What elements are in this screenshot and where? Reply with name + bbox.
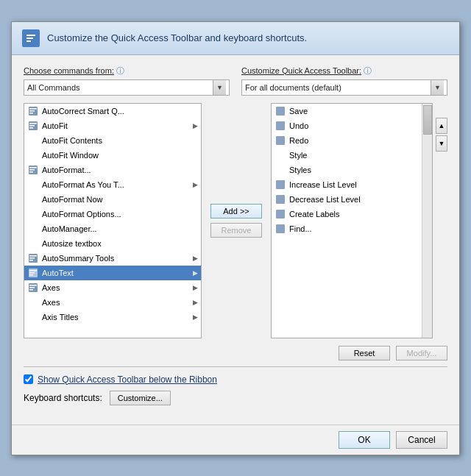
list-item[interactable]: AutoFormat Options...: [24, 207, 201, 221]
command-label: Axes: [42, 283, 190, 292]
toolbar-item-icon: [275, 193, 286, 205]
scrollbar-thumb[interactable]: [423, 105, 432, 135]
list-item[interactable]: AutoSummary Tools▶: [24, 251, 201, 266]
toolbar-item-label: Find...: [289, 224, 429, 233]
submenu-arrow-icon: ▶: [193, 269, 198, 277]
command-label: AutoFormat...: [42, 166, 198, 174]
svg-rect-6: [29, 110, 35, 112]
commands-list-box[interactable]: AutoCorrect Smart Q...AutoFit▶AutoFit Co…: [24, 103, 202, 338]
reset-button[interactable]: Reset: [339, 346, 390, 360]
modify-button[interactable]: Modify...: [396, 346, 447, 360]
show-toolbar-checkbox[interactable]: [24, 374, 33, 384]
svg-rect-34: [276, 224, 285, 233]
toolbar-list-item[interactable]: Redo: [272, 133, 432, 148]
customize-toolbar-section: Customize Quick Access Toolbar: ⓘ For al…: [241, 65, 447, 96]
cancel-button[interactable]: Cancel: [396, 431, 447, 449]
move-up-button[interactable]: ▲: [436, 118, 447, 134]
command-icon: [27, 238, 39, 249]
toolbar-item-label: Decrease List Level: [289, 195, 429, 204]
commands-from-label: Choose commands from: ⓘ: [24, 65, 230, 77]
submenu-arrow-icon: ▶: [193, 255, 198, 262]
toolbar-list-item[interactable]: Save: [272, 104, 432, 118]
command-label: AutoText: [42, 269, 190, 277]
right-panel-container: SaveUndo▶RedoStyle▶StylesIncrease List L…: [271, 103, 447, 338]
customize-toolbar-arrow: ▼: [431, 80, 444, 95]
command-label: Autosize textbox: [42, 239, 198, 248]
toolbar-list-item[interactable]: Increase List Level: [272, 177, 432, 192]
svg-rect-15: [29, 171, 33, 173]
toolbar-list-item[interactable]: Find...: [272, 221, 432, 236]
command-label: AutoFit Contents: [42, 136, 198, 145]
toolbar-list-item[interactable]: Undo▶: [272, 118, 432, 133]
command-icon: [27, 135, 39, 146]
add-button[interactable]: Add >>: [210, 204, 262, 219]
reset-modify-row: Reset Modify...: [24, 346, 447, 360]
list-item[interactable]: AutoFormat...: [24, 163, 201, 177]
svg-rect-29: [276, 121, 285, 130]
commands-list-inner[interactable]: AutoCorrect Smart Q...AutoFit▶AutoFit Co…: [24, 104, 201, 338]
toolbar-list-item[interactable]: Create Labels: [272, 207, 432, 221]
command-icon: [27, 252, 39, 264]
list-item[interactable]: AutoFit Window: [24, 148, 201, 163]
ok-button[interactable]: OK: [339, 431, 390, 449]
command-icon: [27, 208, 39, 220]
keyboard-shortcuts-label: Keyboard shortcuts:: [24, 393, 102, 403]
toolbar-item-icon: [275, 105, 286, 117]
toolbar-item-icon: [275, 179, 286, 191]
list-item[interactable]: AutoFormat Now: [24, 192, 201, 207]
list-item[interactable]: AutoFit▶: [24, 118, 201, 133]
command-label: AutoFormat Now: [42, 195, 198, 204]
dialog-title: Customize the Quick Access Toolbar and k…: [47, 32, 307, 43]
toolbar-item-icon: [275, 149, 286, 161]
middle-buttons: Add >> Remove: [208, 103, 265, 338]
dialog-body: Choose commands from: ⓘ All Commands ▼ C…: [12, 55, 459, 425]
toolbar-list-item[interactable]: Decrease List Level: [272, 192, 432, 207]
command-label: AutoManager...: [42, 224, 198, 233]
customize-dialog: Customize the Quick Access Toolbar and k…: [11, 21, 460, 455]
command-icon: [27, 120, 39, 132]
list-item[interactable]: AutoCorrect Smart Q...: [24, 104, 201, 118]
command-icon: [27, 296, 39, 308]
command-icon: [27, 193, 39, 205]
svg-rect-23: [29, 274, 33, 276]
list-item[interactable]: Axes▶: [24, 280, 201, 295]
command-icon: [27, 223, 39, 235]
list-item[interactable]: Autosize textbox: [24, 236, 201, 251]
toolbar-item-label: Redo: [289, 136, 429, 145]
toolbar-item-label: Undo: [289, 121, 421, 130]
list-item[interactable]: AutoText▶: [24, 266, 201, 280]
svg-rect-25: [29, 285, 37, 286]
remove-button[interactable]: Remove: [210, 223, 262, 238]
toolbar-list-inner[interactable]: SaveUndo▶RedoStyle▶StylesIncrease List L…: [272, 104, 432, 338]
list-item[interactable]: Axes▶: [24, 295, 201, 310]
submenu-arrow-icon: ▶: [193, 313, 198, 321]
toolbar-item-label: Create Labels: [289, 210, 429, 219]
list-item[interactable]: AutoManager...: [24, 221, 201, 236]
right-side-arrows: ▲ ▼: [436, 103, 447, 338]
customize-toolbar-dropdown[interactable]: For all documents (default) ▼: [241, 79, 447, 96]
customize-toolbar-label: Customize Quick Access Toolbar: ⓘ: [241, 65, 447, 77]
list-item[interactable]: AutoFormat As You T...▶: [24, 177, 201, 192]
show-toolbar-label[interactable]: Show Quick Access Toolbar below the Ribb…: [38, 374, 217, 385]
right-scrollbar[interactable]: [422, 104, 432, 338]
svg-rect-5: [29, 108, 37, 110]
svg-rect-26: [29, 287, 35, 288]
list-item[interactable]: Axis Titles▶: [24, 310, 201, 324]
toolbar-list-item[interactable]: Styles: [272, 163, 432, 177]
svg-rect-7: [29, 113, 33, 114]
list-item[interactable]: AutoFit Contents: [24, 133, 201, 148]
toolbar-item-icon: [275, 208, 286, 220]
command-label: AutoSummary Tools: [42, 254, 190, 263]
commands-from-section: Choose commands from: ⓘ All Commands ▼: [24, 65, 230, 96]
toolbar-list-item[interactable]: Style▶: [272, 148, 432, 163]
toolbar-item-icon: [275, 135, 286, 146]
svg-rect-17: [29, 255, 37, 257]
keyboard-customize-button[interactable]: Customize...: [110, 391, 171, 405]
svg-rect-27: [29, 289, 33, 291]
commands-from-dropdown[interactable]: All Commands ▼: [24, 79, 230, 96]
toolbar-items-list[interactable]: SaveUndo▶RedoStyle▶StylesIncrease List L…: [271, 103, 433, 338]
svg-rect-10: [29, 125, 35, 127]
move-down-button[interactable]: ▼: [436, 135, 447, 152]
svg-rect-3: [26, 40, 31, 42]
svg-rect-30: [276, 136, 285, 145]
